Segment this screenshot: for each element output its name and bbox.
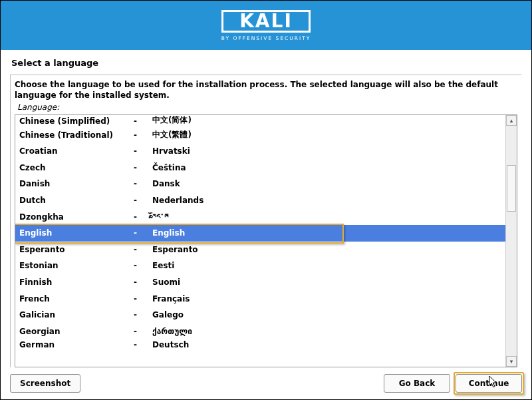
language-native: ქართული [152, 327, 501, 336]
language-native: 中文(简体) [152, 115, 501, 126]
separator: - [134, 130, 152, 140]
separator: - [134, 245, 152, 254]
separator: - [134, 294, 152, 303]
scroll-up-button[interactable]: ▴ [506, 115, 517, 126]
language-name: Galician [19, 310, 134, 319]
kali-logo: KALI BY OFFENSIVE SECURITY [221, 10, 311, 41]
language-name: German [19, 340, 134, 349]
language-name: Esperanto [19, 245, 134, 254]
language-native: Hrvatski [152, 146, 501, 156]
language-row[interactable]: Croatian-Hrvatski [15, 143, 505, 160]
instruction-frame: Choose the language to be used for the i… [10, 75, 522, 367]
language-row[interactable]: Finnish-Suomi [15, 274, 505, 291]
language-row[interactable]: Dutch-Nederlands [15, 192, 505, 209]
language-row[interactable]: German-Deutsch [15, 339, 505, 352]
separator: - [134, 212, 152, 222]
language-row[interactable]: Galician-Galego [15, 307, 505, 323]
content-area: Select a language Choose the language to… [1, 50, 531, 399]
separator: - [134, 340, 152, 349]
language-native: 中文(繁體) [152, 129, 501, 140]
language-name: Czech [19, 163, 134, 172]
language-row[interactable]: French-Français [15, 290, 505, 307]
language-native: Dansk [152, 179, 501, 188]
language-list[interactable]: Chinese (Simplified)-中文(简体)Chinese (Trad… [15, 115, 505, 367]
language-row[interactable]: Chinese (Simplified)-中文(简体) [15, 115, 505, 126]
separator: - [134, 278, 152, 287]
scroll-down-button[interactable]: ▾ [506, 356, 517, 367]
language-name: Dzongkha [19, 212, 134, 222]
language-native: Deutsch [152, 340, 501, 349]
separator: - [134, 310, 152, 319]
language-row[interactable]: Dzongkha-རྫོང་ཁ [15, 208, 505, 225]
logo-subtitle: BY OFFENSIVE SECURITY [221, 35, 311, 41]
instruction-text: Choose the language to be used for the i… [15, 79, 517, 100]
language-row[interactable]: Esperanto-Esperanto [15, 242, 505, 258]
installer-window: KALI BY OFFENSIVE SECURITY Select a lang… [0, 0, 532, 400]
separator: - [134, 116, 152, 126]
header-banner: KALI BY OFFENSIVE SECURITY [1, 1, 531, 50]
language-native: Français [152, 294, 501, 303]
language-name: Danish [19, 179, 134, 188]
field-label-language: Language: [15, 100, 517, 114]
language-native: Čeština [152, 163, 501, 172]
language-native: Esperanto [152, 245, 501, 254]
language-name: Georgian [19, 327, 134, 336]
separator: - [134, 228, 152, 238]
language-row[interactable]: Czech-Čeština [15, 160, 505, 176]
separator: - [134, 146, 152, 156]
language-name: Chinese (Simplified) [19, 116, 134, 126]
language-name: Dutch [19, 196, 134, 205]
language-row[interactable]: Chinese (Traditional)-中文(繁體) [15, 126, 505, 143]
language-native: Eesti [152, 261, 501, 270]
page-title: Select a language [10, 50, 522, 75]
footer-bar: Screenshot Go Back Continue [10, 367, 522, 394]
continue-button[interactable]: Continue [456, 374, 522, 393]
logo-text: KALI [239, 10, 293, 32]
language-native: English [152, 228, 501, 238]
language-native: Nederlands [152, 196, 501, 205]
go-back-button[interactable]: Go Back [384, 374, 450, 393]
language-name: Chinese (Traditional) [19, 130, 134, 140]
language-name: Estonian [19, 261, 134, 270]
language-name: English [19, 228, 134, 238]
language-row[interactable]: English-English [15, 225, 505, 242]
language-name: Finnish [19, 278, 134, 287]
language-native: Galego [152, 310, 501, 319]
separator: - [134, 179, 152, 188]
scroll-thumb[interactable] [507, 165, 516, 212]
language-native: རྫོང་ཁ [152, 212, 501, 222]
language-list-box: Chinese (Simplified)-中文(简体)Chinese (Trad… [15, 114, 517, 367]
screenshot-button[interactable]: Screenshot [10, 374, 80, 393]
separator: - [134, 261, 152, 270]
language-row[interactable]: Estonian-Eesti [15, 258, 505, 274]
separator: - [134, 327, 152, 336]
separator: - [134, 163, 152, 172]
scrollbar[interactable]: ▴ ▾ [505, 115, 517, 367]
separator: - [134, 196, 152, 205]
language-name: Croatian [19, 146, 134, 156]
language-name: French [19, 294, 134, 303]
language-row[interactable]: Danish-Dansk [15, 176, 505, 192]
language-native: Suomi [152, 278, 501, 287]
language-row[interactable]: Georgian-ქართული [15, 323, 505, 340]
